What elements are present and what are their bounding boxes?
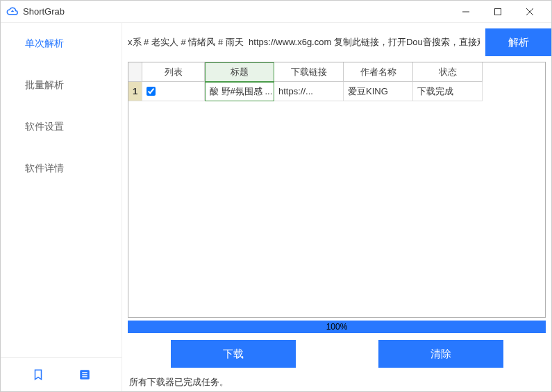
sidebar: 单次解析 批量解析 软件设置 软件详情: [1, 23, 122, 391]
list-icon[interactable]: [76, 366, 93, 383]
cell-status: 下载完成: [413, 82, 483, 101]
url-input[interactable]: [128, 28, 480, 56]
cell-title[interactable]: 酸 野#氛围感 ...: [205, 82, 274, 101]
sidebar-item-batch-parse[interactable]: 批量解析: [1, 65, 122, 106]
progress-bar: 100%: [128, 321, 546, 333]
parse-button[interactable]: 解析: [485, 28, 551, 56]
cell-checkbox[interactable]: [142, 82, 205, 101]
maximize-button[interactable]: [482, 1, 514, 23]
table-header: 列表 标题 下载链接 作者名称 状态: [128, 62, 545, 82]
sidebar-item-settings[interactable]: 软件设置: [1, 106, 122, 148]
progress-text: 100%: [128, 321, 546, 333]
download-button[interactable]: 下载: [171, 340, 296, 368]
cell-rownum: 1: [128, 82, 142, 101]
status-bar: 所有下载器已完成任务。: [122, 375, 551, 391]
action-buttons: 下载 清除: [122, 333, 551, 375]
col-rownum: [128, 62, 142, 82]
input-row: 解析: [122, 23, 551, 62]
col-link[interactable]: 下载链接: [274, 62, 344, 82]
sidebar-item-about[interactable]: 软件详情: [1, 148, 122, 189]
titlebar: ShortGrab: [1, 1, 551, 23]
row-checkbox[interactable]: [147, 87, 156, 96]
col-title[interactable]: 标题: [205, 62, 274, 82]
app-logo: ShortGrab: [6, 6, 65, 18]
col-author[interactable]: 作者名称: [344, 62, 413, 82]
sidebar-item-label: 单次解析: [25, 37, 64, 50]
svg-rect-1: [495, 8, 501, 15]
results-table: 列表 标题 下载链接 作者名称 状态 1 酸 野#氛围感 ... https:/…: [128, 62, 546, 318]
app-title: ShortGrab: [23, 6, 65, 17]
content-area: 解析 列表 标题 下载链接 作者名称 状态 1 酸 野#氛围感 ... http…: [122, 23, 551, 391]
table-row[interactable]: 1 酸 野#氛围感 ... https://... 爱豆KING 下载完成: [128, 82, 545, 101]
cell-link[interactable]: https://...: [274, 82, 344, 101]
col-list[interactable]: 列表: [142, 62, 205, 82]
clear-button[interactable]: 清除: [378, 340, 503, 368]
minimize-button[interactable]: [450, 1, 482, 23]
sidebar-item-label: 软件设置: [25, 121, 64, 133]
sidebar-item-label: 批量解析: [25, 79, 64, 92]
sidebar-item-single-parse[interactable]: 单次解析: [1, 23, 122, 65]
col-status[interactable]: 状态: [413, 62, 483, 82]
sidebar-item-label: 软件详情: [25, 162, 64, 175]
sidebar-footer: [1, 357, 122, 391]
window-controls: [450, 1, 546, 23]
bookmark-icon[interactable]: [30, 366, 47, 383]
cell-author: 爱豆KING: [344, 82, 413, 101]
close-button[interactable]: [514, 1, 546, 23]
cloud-refresh-icon: [6, 6, 19, 18]
